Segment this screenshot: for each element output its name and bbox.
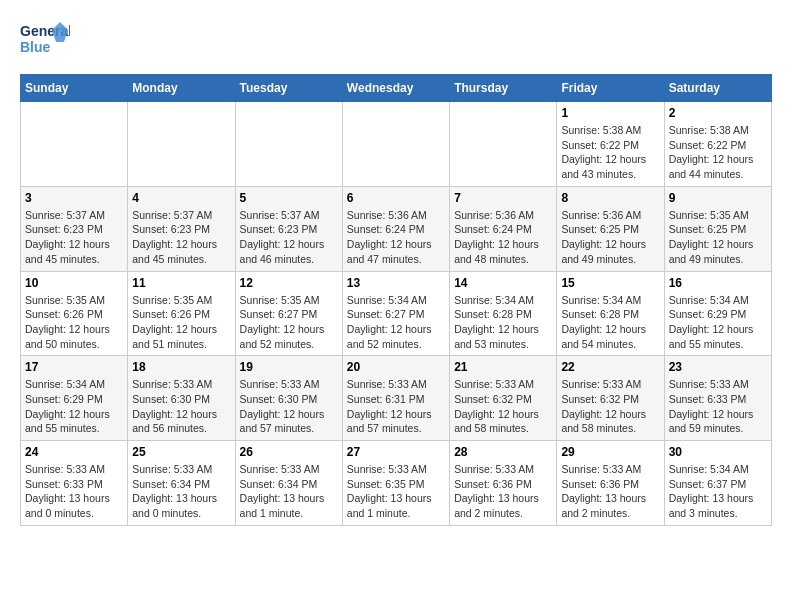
- day-number: 14: [454, 276, 552, 290]
- calendar-header-row: SundayMondayTuesdayWednesdayThursdayFrid…: [21, 75, 772, 102]
- day-info: Sunrise: 5:34 AM Sunset: 6:27 PM Dayligh…: [347, 293, 445, 352]
- day-number: 2: [669, 106, 767, 120]
- day-info: Sunrise: 5:36 AM Sunset: 6:24 PM Dayligh…: [454, 208, 552, 267]
- calendar-cell: 29Sunrise: 5:33 AM Sunset: 6:36 PM Dayli…: [557, 441, 664, 526]
- day-info: Sunrise: 5:35 AM Sunset: 6:27 PM Dayligh…: [240, 293, 338, 352]
- calendar-cell: 26Sunrise: 5:33 AM Sunset: 6:34 PM Dayli…: [235, 441, 342, 526]
- calendar-cell: 30Sunrise: 5:34 AM Sunset: 6:37 PM Dayli…: [664, 441, 771, 526]
- col-header-saturday: Saturday: [664, 75, 771, 102]
- day-info: Sunrise: 5:34 AM Sunset: 6:28 PM Dayligh…: [561, 293, 659, 352]
- col-header-tuesday: Tuesday: [235, 75, 342, 102]
- day-info: Sunrise: 5:33 AM Sunset: 6:31 PM Dayligh…: [347, 377, 445, 436]
- calendar-cell: 19Sunrise: 5:33 AM Sunset: 6:30 PM Dayli…: [235, 356, 342, 441]
- day-number: 23: [669, 360, 767, 374]
- day-number: 26: [240, 445, 338, 459]
- col-header-sunday: Sunday: [21, 75, 128, 102]
- day-number: 15: [561, 276, 659, 290]
- day-info: Sunrise: 5:38 AM Sunset: 6:22 PM Dayligh…: [561, 123, 659, 182]
- day-info: Sunrise: 5:33 AM Sunset: 6:36 PM Dayligh…: [561, 462, 659, 521]
- col-header-thursday: Thursday: [450, 75, 557, 102]
- header: General Blue: [20, 20, 772, 64]
- day-number: 24: [25, 445, 123, 459]
- day-number: 25: [132, 445, 230, 459]
- calendar-week-row: 1Sunrise: 5:38 AM Sunset: 6:22 PM Daylig…: [21, 102, 772, 187]
- day-number: 6: [347, 191, 445, 205]
- day-number: 7: [454, 191, 552, 205]
- day-info: Sunrise: 5:33 AM Sunset: 6:30 PM Dayligh…: [132, 377, 230, 436]
- day-number: 27: [347, 445, 445, 459]
- day-info: Sunrise: 5:35 AM Sunset: 6:26 PM Dayligh…: [25, 293, 123, 352]
- day-info: Sunrise: 5:34 AM Sunset: 6:29 PM Dayligh…: [669, 293, 767, 352]
- day-number: 11: [132, 276, 230, 290]
- calendar-cell: 6Sunrise: 5:36 AM Sunset: 6:24 PM Daylig…: [342, 186, 449, 271]
- logo-svg: General Blue: [20, 20, 70, 64]
- calendar-cell: 12Sunrise: 5:35 AM Sunset: 6:27 PM Dayli…: [235, 271, 342, 356]
- calendar-cell: 14Sunrise: 5:34 AM Sunset: 6:28 PM Dayli…: [450, 271, 557, 356]
- calendar-cell: [21, 102, 128, 187]
- day-number: 13: [347, 276, 445, 290]
- calendar-cell: 20Sunrise: 5:33 AM Sunset: 6:31 PM Dayli…: [342, 356, 449, 441]
- calendar-cell: 16Sunrise: 5:34 AM Sunset: 6:29 PM Dayli…: [664, 271, 771, 356]
- calendar-cell: 13Sunrise: 5:34 AM Sunset: 6:27 PM Dayli…: [342, 271, 449, 356]
- svg-text:Blue: Blue: [20, 39, 51, 55]
- day-number: 4: [132, 191, 230, 205]
- day-number: 28: [454, 445, 552, 459]
- day-info: Sunrise: 5:35 AM Sunset: 6:25 PM Dayligh…: [669, 208, 767, 267]
- day-info: Sunrise: 5:37 AM Sunset: 6:23 PM Dayligh…: [240, 208, 338, 267]
- day-info: Sunrise: 5:33 AM Sunset: 6:34 PM Dayligh…: [240, 462, 338, 521]
- day-info: Sunrise: 5:34 AM Sunset: 6:28 PM Dayligh…: [454, 293, 552, 352]
- day-number: 21: [454, 360, 552, 374]
- calendar-cell: 4Sunrise: 5:37 AM Sunset: 6:23 PM Daylig…: [128, 186, 235, 271]
- day-info: Sunrise: 5:35 AM Sunset: 6:26 PM Dayligh…: [132, 293, 230, 352]
- calendar-cell: 5Sunrise: 5:37 AM Sunset: 6:23 PM Daylig…: [235, 186, 342, 271]
- day-number: 3: [25, 191, 123, 205]
- day-number: 12: [240, 276, 338, 290]
- day-number: 16: [669, 276, 767, 290]
- calendar-cell: 8Sunrise: 5:36 AM Sunset: 6:25 PM Daylig…: [557, 186, 664, 271]
- day-info: Sunrise: 5:36 AM Sunset: 6:25 PM Dayligh…: [561, 208, 659, 267]
- day-info: Sunrise: 5:33 AM Sunset: 6:30 PM Dayligh…: [240, 377, 338, 436]
- calendar-cell: 17Sunrise: 5:34 AM Sunset: 6:29 PM Dayli…: [21, 356, 128, 441]
- day-info: Sunrise: 5:33 AM Sunset: 6:36 PM Dayligh…: [454, 462, 552, 521]
- day-info: Sunrise: 5:33 AM Sunset: 6:34 PM Dayligh…: [132, 462, 230, 521]
- calendar-cell: 23Sunrise: 5:33 AM Sunset: 6:33 PM Dayli…: [664, 356, 771, 441]
- logo: General Blue: [20, 20, 70, 64]
- calendar-cell: 2Sunrise: 5:38 AM Sunset: 6:22 PM Daylig…: [664, 102, 771, 187]
- day-info: Sunrise: 5:33 AM Sunset: 6:35 PM Dayligh…: [347, 462, 445, 521]
- calendar-table: SundayMondayTuesdayWednesdayThursdayFrid…: [20, 74, 772, 526]
- calendar-cell: 10Sunrise: 5:35 AM Sunset: 6:26 PM Dayli…: [21, 271, 128, 356]
- day-info: Sunrise: 5:38 AM Sunset: 6:22 PM Dayligh…: [669, 123, 767, 182]
- calendar-cell: [342, 102, 449, 187]
- day-info: Sunrise: 5:33 AM Sunset: 6:32 PM Dayligh…: [454, 377, 552, 436]
- calendar-cell: 27Sunrise: 5:33 AM Sunset: 6:35 PM Dayli…: [342, 441, 449, 526]
- day-info: Sunrise: 5:33 AM Sunset: 6:33 PM Dayligh…: [669, 377, 767, 436]
- day-number: 8: [561, 191, 659, 205]
- calendar-cell: 22Sunrise: 5:33 AM Sunset: 6:32 PM Dayli…: [557, 356, 664, 441]
- calendar-cell: 7Sunrise: 5:36 AM Sunset: 6:24 PM Daylig…: [450, 186, 557, 271]
- day-info: Sunrise: 5:37 AM Sunset: 6:23 PM Dayligh…: [25, 208, 123, 267]
- calendar-week-row: 24Sunrise: 5:33 AM Sunset: 6:33 PM Dayli…: [21, 441, 772, 526]
- calendar-cell: 25Sunrise: 5:33 AM Sunset: 6:34 PM Dayli…: [128, 441, 235, 526]
- col-header-friday: Friday: [557, 75, 664, 102]
- calendar-cell: 9Sunrise: 5:35 AM Sunset: 6:25 PM Daylig…: [664, 186, 771, 271]
- day-number: 19: [240, 360, 338, 374]
- calendar-cell: 1Sunrise: 5:38 AM Sunset: 6:22 PM Daylig…: [557, 102, 664, 187]
- day-number: 20: [347, 360, 445, 374]
- day-info: Sunrise: 5:36 AM Sunset: 6:24 PM Dayligh…: [347, 208, 445, 267]
- calendar-cell: 11Sunrise: 5:35 AM Sunset: 6:26 PM Dayli…: [128, 271, 235, 356]
- calendar-cell: 24Sunrise: 5:33 AM Sunset: 6:33 PM Dayli…: [21, 441, 128, 526]
- day-number: 18: [132, 360, 230, 374]
- day-number: 22: [561, 360, 659, 374]
- calendar-cell: [450, 102, 557, 187]
- calendar-cell: 15Sunrise: 5:34 AM Sunset: 6:28 PM Dayli…: [557, 271, 664, 356]
- calendar-cell: 3Sunrise: 5:37 AM Sunset: 6:23 PM Daylig…: [21, 186, 128, 271]
- day-info: Sunrise: 5:33 AM Sunset: 6:33 PM Dayligh…: [25, 462, 123, 521]
- day-number: 9: [669, 191, 767, 205]
- calendar-week-row: 17Sunrise: 5:34 AM Sunset: 6:29 PM Dayli…: [21, 356, 772, 441]
- day-number: 1: [561, 106, 659, 120]
- calendar-week-row: 3Sunrise: 5:37 AM Sunset: 6:23 PM Daylig…: [21, 186, 772, 271]
- day-info: Sunrise: 5:37 AM Sunset: 6:23 PM Dayligh…: [132, 208, 230, 267]
- day-number: 5: [240, 191, 338, 205]
- day-info: Sunrise: 5:33 AM Sunset: 6:32 PM Dayligh…: [561, 377, 659, 436]
- calendar-week-row: 10Sunrise: 5:35 AM Sunset: 6:26 PM Dayli…: [21, 271, 772, 356]
